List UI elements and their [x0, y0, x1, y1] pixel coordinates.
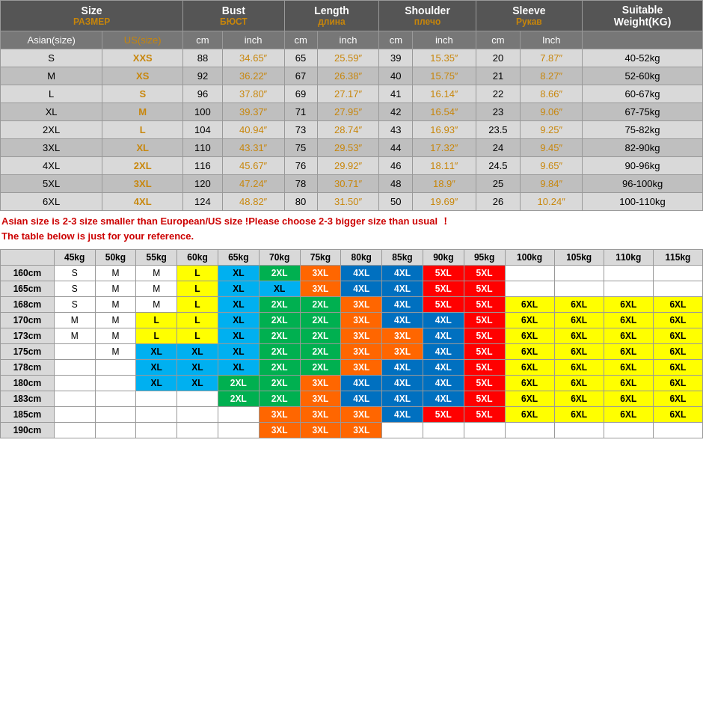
weight-cell: 6XL	[554, 313, 604, 328]
weight-cell: 6XL	[554, 376, 604, 391]
weight-cell: M	[95, 328, 136, 344]
len-inch: inch	[317, 31, 379, 49]
weight-cell	[177, 391, 218, 407]
height-cell: 168cm	[1, 297, 55, 313]
weight-row: 173cmMMLLXL2XL2XL3XL3XL4XL5XL6XL6XL6XL6X…	[1, 328, 703, 344]
weight-cell: 6XL	[653, 391, 702, 407]
weight-cell: 3XL	[382, 344, 423, 360]
weight-cell: 6XL	[505, 407, 554, 423]
weight-val: 60-67kg	[583, 85, 703, 103]
weight-cell: 4XL	[341, 376, 382, 391]
weight-cell	[136, 407, 177, 423]
len-inch-val: 27.17″	[317, 85, 379, 103]
weight-cell: XL	[218, 360, 259, 376]
weight-cell: XL	[218, 344, 259, 360]
weight-cell: 6XL	[505, 391, 554, 407]
weight-cell: 6XL	[554, 360, 604, 376]
weight-cell: 2XL	[259, 266, 300, 281]
sh-inch-val: 18.11″	[413, 157, 476, 175]
sl-cm-val: 24.5	[476, 157, 521, 175]
weight-cell: 4XL	[382, 391, 423, 407]
weight-col-header: 110kg	[604, 250, 653, 266]
weight-cell: 6XL	[653, 360, 702, 376]
size-row: XL M 100 39.37″ 71 27.95″ 42 16.54″ 23 9…	[1, 103, 703, 121]
weight-cell	[95, 376, 136, 391]
sl-cm-val: 20	[476, 49, 521, 67]
weight-cell: 2XL	[218, 391, 259, 407]
weight-cell: 2XL	[300, 328, 341, 344]
weight-cell: 2XL	[259, 297, 300, 313]
height-cell: 178cm	[1, 360, 55, 376]
length-header: Length длина	[284, 1, 379, 31]
weight-cell	[54, 360, 95, 376]
weight-cell: 6XL	[604, 313, 653, 328]
height-cell: 185cm	[1, 407, 55, 423]
weight-cell: 5XL	[423, 266, 464, 281]
weight-val: 67-75kg	[583, 103, 703, 121]
sh-cm-val: 39	[379, 49, 413, 67]
sl-cm-val: 26	[476, 193, 521, 211]
weight-cell: 4XL	[423, 344, 464, 360]
weight-cell: S	[54, 297, 95, 313]
weight-col-header: 90kg	[423, 250, 464, 266]
asian-size: 5XL	[1, 175, 102, 193]
sh-cm: cm	[379, 31, 413, 49]
sl-inch-val: 9.84″	[521, 175, 583, 193]
weight-cell: L	[136, 328, 177, 344]
weight-cell: 6XL	[653, 297, 702, 313]
sl-inch-val: 8.66″	[521, 85, 583, 103]
weight-cell: 4XL	[341, 391, 382, 407]
us-size: 2XL	[102, 157, 183, 175]
us-size: S	[102, 85, 183, 103]
weight-col-header: 105kg	[554, 250, 604, 266]
sh-inch-val: 19.69″	[413, 193, 476, 211]
height-cell: 183cm	[1, 391, 55, 407]
sh-cm-val: 50	[379, 193, 413, 211]
weight-cell: 6XL	[653, 376, 702, 391]
weight-cell	[136, 391, 177, 407]
weight-cell	[54, 344, 95, 360]
weight-cell: 2XL	[300, 344, 341, 360]
sh-cm-val: 43	[379, 121, 413, 139]
sl-cm-val: 23.5	[476, 121, 521, 139]
weight-cell: XL	[218, 313, 259, 328]
weight-cell: 6XL	[554, 297, 604, 313]
len-inch-val: 30.71″	[317, 175, 379, 193]
weight-cell: 4XL	[341, 266, 382, 281]
sh-inch-val: 18.9″	[413, 175, 476, 193]
weight-cell	[653, 281, 702, 297]
size-row: 5XL 3XL 120 47.24″ 78 30.71″ 48 18.9″ 25…	[1, 175, 703, 193]
len-cm-val: 80	[284, 193, 317, 211]
sl-inch-val: 9.45″	[521, 139, 583, 157]
weight-cell: 3XL	[341, 407, 382, 423]
bust-inch-val: 37.80″	[222, 85, 284, 103]
weight-cell: M	[136, 297, 177, 313]
weight-cell: M	[95, 266, 136, 281]
sl-cm-val: 22	[476, 85, 521, 103]
asian-size: L	[1, 85, 102, 103]
sh-cm-val: 41	[379, 85, 413, 103]
asian-size: 6XL	[1, 193, 102, 211]
weight-cell: XL	[218, 281, 259, 297]
sl-cm-val: 25	[476, 175, 521, 193]
sh-inch-val: 16.14″	[413, 85, 476, 103]
weight-cell: 6XL	[653, 407, 702, 423]
bust-cm-val: 88	[183, 49, 223, 67]
weight-cell: M	[136, 266, 177, 281]
weight-cell: 6XL	[604, 360, 653, 376]
us-size: L	[102, 121, 183, 139]
weight-cell: XL	[218, 328, 259, 344]
weight-cell	[505, 266, 554, 281]
weight-cell: M	[136, 281, 177, 297]
weight-val: 82-90kg	[583, 139, 703, 157]
weight-cell	[423, 423, 464, 438]
us-label: US(size)	[102, 31, 183, 49]
weight-col-header: 95kg	[464, 250, 505, 266]
len-inch-val: 28.74″	[317, 121, 379, 139]
len-cm-val: 71	[284, 103, 317, 121]
weight-cell: XL	[136, 376, 177, 391]
weight-cell: 5XL	[464, 360, 505, 376]
weight-cell	[54, 391, 95, 407]
weight-cell: 5XL	[423, 297, 464, 313]
weight-col-header: 55kg	[136, 250, 177, 266]
